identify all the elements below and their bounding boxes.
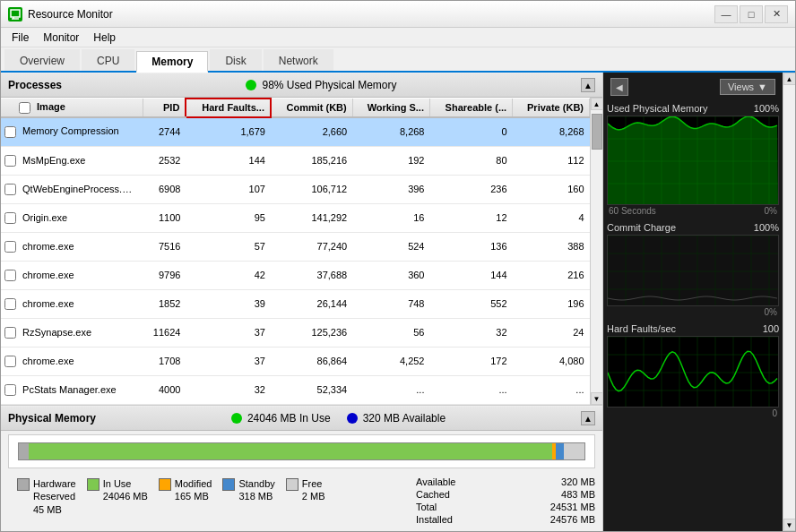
cell-image-5: chrome.exe bbox=[1, 261, 143, 289]
in-use-text: 24046 MB In Use bbox=[247, 412, 331, 425]
scroll-up-arrow[interactable]: ▲ bbox=[591, 98, 603, 110]
cell-working-0: 8,268 bbox=[352, 117, 429, 147]
free-label: Free bbox=[302, 477, 325, 490]
cell-shareable-3: 12 bbox=[429, 203, 512, 232]
processes-scrollbar[interactable]: ▲ ▼ bbox=[590, 98, 602, 405]
row-checkbox-4[interactable] bbox=[4, 241, 16, 253]
maximize-button[interactable]: □ bbox=[740, 5, 763, 23]
cell-working-7: 56 bbox=[352, 318, 429, 347]
menu-help[interactable]: Help bbox=[86, 30, 123, 46]
cell-private-4: 388 bbox=[513, 232, 590, 261]
table-row[interactable]: QtWebEngineProcess.exe 6908 107 106,712 … bbox=[1, 175, 590, 203]
scroll-thumb[interactable] bbox=[592, 114, 602, 150]
table-row[interactable]: RzSynapse.exe 11624 37 125,236 56 32 24 bbox=[1, 318, 590, 347]
hw-reserved-value: 45 MB bbox=[33, 503, 76, 516]
table-row[interactable]: Memory Compression 2744 1,679 2,660 8,26… bbox=[1, 117, 590, 147]
cell-commit-6: 26,144 bbox=[271, 289, 352, 318]
memory-legend: HardwareReserved 45 MB In Use 24046 MB bbox=[8, 472, 416, 526]
right-panel-header: ◀ Views ▼ bbox=[607, 76, 779, 98]
main-scrollbar[interactable]: ▲ ▼ bbox=[783, 73, 795, 531]
row-checkbox-3[interactable] bbox=[4, 212, 16, 224]
tab-disk[interactable]: Disk bbox=[210, 49, 261, 71]
cell-working-5: 360 bbox=[352, 261, 429, 289]
svg-rect-0 bbox=[11, 10, 20, 17]
cell-pid-5: 9796 bbox=[143, 261, 186, 289]
cell-shareable-6: 552 bbox=[429, 289, 512, 318]
tab-network[interactable]: Network bbox=[264, 49, 333, 71]
close-button[interactable]: ✕ bbox=[765, 5, 788, 23]
cell-pid-9: 4000 bbox=[143, 375, 186, 404]
row-checkbox-1[interactable] bbox=[4, 155, 16, 167]
processes-header: Processes 98% Used Physical Memory ▲ bbox=[1, 73, 602, 98]
cell-image-3: Origin.exe bbox=[1, 203, 143, 232]
table-row[interactable]: PcStats Manager.exe 4000 32 52,334 ... .… bbox=[1, 375, 590, 404]
views-button[interactable]: Views ▼ bbox=[720, 79, 775, 95]
table-row[interactable]: chrome.exe 9796 42 37,688 360 144 216 bbox=[1, 261, 590, 289]
col-image[interactable]: Image bbox=[1, 99, 143, 117]
col-shareable[interactable]: Shareable (... bbox=[429, 99, 512, 117]
tab-memory[interactable]: Memory bbox=[136, 51, 208, 73]
table-row[interactable]: chrome.exe 7516 57 77,240 524 136 388 bbox=[1, 232, 590, 261]
row-checkbox-5[interactable] bbox=[4, 270, 16, 281]
physical-memory-collapse-btn[interactable]: ▲ bbox=[581, 411, 595, 425]
cell-commit-4: 77,240 bbox=[271, 232, 352, 261]
row-checkbox-9[interactable] bbox=[4, 384, 16, 396]
table-row[interactable]: chrome.exe 1708 37 86,864 4,252 172 4,08… bbox=[1, 347, 590, 375]
col-private[interactable]: Private (KB) bbox=[513, 99, 590, 117]
cell-working-8: 4,252 bbox=[352, 347, 429, 375]
table-row[interactable]: Origin.exe 1100 95 141,292 16 12 4 bbox=[1, 203, 590, 232]
processes-collapse-btn[interactable]: ▲ bbox=[581, 78, 595, 92]
cell-hf-0: 1,679 bbox=[186, 117, 271, 147]
row-checkbox-7[interactable] bbox=[4, 327, 16, 339]
menu-monitor[interactable]: Monitor bbox=[36, 30, 86, 46]
memory-info: HardwareReserved 45 MB In Use 24046 MB bbox=[1, 472, 602, 531]
cell-hf-6: 39 bbox=[186, 289, 271, 318]
table-row[interactable]: MsMpEng.exe 2532 144 185,216 192 80 112 bbox=[1, 146, 590, 175]
cell-hf-3: 95 bbox=[186, 203, 271, 232]
row-checkbox-6[interactable] bbox=[4, 298, 16, 310]
available-text: 320 MB Available bbox=[363, 412, 446, 425]
legend-modified: Modified 165 MB bbox=[159, 477, 212, 520]
main-scroll-up[interactable]: ▲ bbox=[783, 73, 796, 85]
cell-working-9: ... bbox=[352, 375, 429, 404]
cell-shareable-1: 80 bbox=[429, 146, 512, 175]
window-controls: — □ ✕ bbox=[714, 5, 788, 23]
col-commit[interactable]: Commit (KB) bbox=[271, 99, 352, 117]
chart3-label: Hard Faults/sec 100 bbox=[607, 322, 779, 336]
in-use-label: In Use bbox=[103, 477, 148, 490]
cell-private-0: 8,268 bbox=[513, 117, 590, 147]
in-use-dot bbox=[231, 413, 242, 424]
cell-commit-3: 141,292 bbox=[271, 203, 352, 232]
tabs-bar: Overview CPU Memory Disk Network bbox=[1, 47, 795, 73]
tab-cpu[interactable]: CPU bbox=[82, 49, 134, 71]
cell-hf-1: 144 bbox=[186, 146, 271, 175]
standby-segment bbox=[556, 443, 563, 459]
table-row[interactable]: chrome.exe 1852 39 26,144 748 552 196 bbox=[1, 289, 590, 318]
cell-working-3: 16 bbox=[352, 203, 429, 232]
standby-label: Standby bbox=[238, 477, 274, 490]
modified-color bbox=[159, 478, 171, 491]
cell-hf-9: 32 bbox=[186, 375, 271, 404]
app-icon bbox=[8, 7, 22, 21]
minimize-button[interactable]: — bbox=[714, 5, 738, 23]
free-segment bbox=[564, 443, 584, 459]
scroll-down-arrow[interactable]: ▼ bbox=[591, 392, 603, 405]
in-use-value: 24046 MB bbox=[103, 490, 148, 502]
processes-table-container[interactable]: Image PID Hard Faults... Commit (KB) Wor… bbox=[1, 98, 602, 405]
left-panel: Processes 98% Used Physical Memory ▲ Ima… bbox=[1, 73, 603, 531]
main-scroll-down[interactable]: ▼ bbox=[783, 519, 796, 531]
col-hard-faults[interactable]: Hard Faults... bbox=[186, 99, 271, 117]
row-checkbox-8[interactable] bbox=[4, 356, 16, 367]
tab-overview[interactable]: Overview bbox=[4, 49, 80, 71]
cell-shareable-4: 136 bbox=[429, 232, 512, 261]
col-pid[interactable]: PID bbox=[143, 99, 186, 117]
col-working[interactable]: Working S... bbox=[352, 99, 429, 117]
nav-left-btn[interactable]: ◀ bbox=[610, 78, 628, 96]
free-value: 2 MB bbox=[302, 490, 325, 502]
select-all-checkbox[interactable] bbox=[19, 102, 30, 114]
in-use-color bbox=[87, 478, 100, 491]
cell-private-3: 4 bbox=[513, 203, 590, 232]
menu-file[interactable]: File bbox=[4, 30, 36, 46]
row-checkbox-2[interactable] bbox=[4, 184, 16, 195]
row-checkbox-0[interactable] bbox=[4, 126, 16, 138]
